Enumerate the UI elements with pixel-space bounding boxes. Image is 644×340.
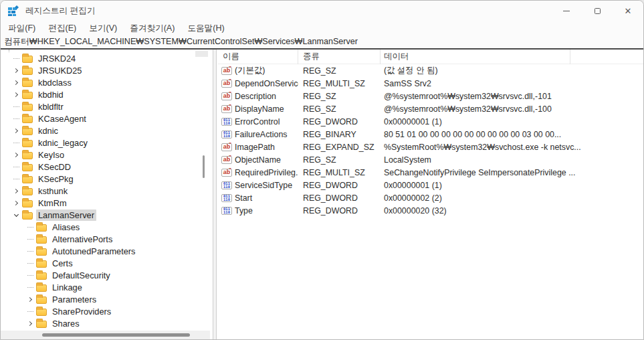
chevron-right-icon[interactable]: [11, 69, 21, 72]
value-name[interactable]: Start: [235, 193, 252, 203]
tree-item[interactable]: AlternativePorts: [1, 233, 201, 245]
tree-item[interactable]: Aliases: [1, 221, 201, 233]
value-name[interactable]: (기본값): [235, 65, 265, 76]
menu-help[interactable]: 도움말(H): [182, 21, 229, 35]
tree-item-label[interactable]: kbldfltr: [36, 101, 66, 112]
table-row[interactable]: ObjectNameREG_SZLocalSystem: [218, 153, 643, 166]
tree-item[interactable]: kbdhid: [1, 88, 201, 100]
menu-edit[interactable]: 편집(E): [43, 21, 82, 35]
chevron-right-icon[interactable]: [25, 322, 35, 325]
value-name-cell[interactable]: ServiceSidType: [218, 179, 298, 191]
menu-view[interactable]: 보기(V): [84, 21, 122, 35]
horizontal-scrollbar-track[interactable]: [1, 331, 210, 339]
tree-item-label[interactable]: kbdclass: [36, 77, 74, 88]
chevron-right-icon[interactable]: [11, 201, 21, 205]
value-name-cell[interactable]: (기본값): [218, 64, 298, 77]
value-name-cell[interactable]: RequiredPrivileg...: [218, 166, 298, 179]
tree-item-label[interactable]: LanmanServer: [36, 209, 96, 221]
table-row[interactable]: DependOnServiceREG_MULTI_SZSamSS Srv2: [218, 77, 643, 90]
table-row[interactable]: (기본값)REG_SZ(값 설정 안 됨): [218, 64, 643, 77]
value-name[interactable]: RequiredPrivileg...: [235, 168, 298, 177]
minimize-icon[interactable]: [551, 1, 582, 21]
vertical-scrollbar-thumb[interactable]: [203, 155, 205, 178]
menu-favorites[interactable]: 즐겨찾기(A): [124, 21, 180, 35]
horizontal-scrollbar-thumb[interactable]: [42, 333, 190, 337]
value-name[interactable]: Description: [235, 92, 276, 101]
tree-item-label[interactable]: ShareProviders: [50, 306, 113, 317]
tree-item-label[interactable]: KSecPkg: [36, 173, 76, 185]
tree-item-label[interactable]: kdnic_legacy: [36, 137, 90, 149]
tree-item[interactable]: Shares: [1, 317, 201, 329]
tree-item[interactable]: kbldfltr: [1, 100, 201, 112]
table-row[interactable]: DisplayNameREG_SZ@%systemroot%₩system32₩…: [218, 102, 643, 115]
pane-splitter[interactable]: [210, 50, 218, 339]
table-row[interactable]: ImagePathREG_EXPAND_SZ%SystemRoot%₩syste…: [218, 141, 643, 153]
tree-item[interactable]: AutotunedParameters: [1, 245, 201, 257]
table-row[interactable]: ErrorControlREG_DWORD0x00000001 (1): [218, 115, 643, 128]
value-name[interactable]: ObjectName: [235, 155, 281, 165]
tree-item-label[interactable]: AutotunedParameters: [50, 246, 138, 257]
tree-item[interactable]: KeyIso: [1, 149, 201, 161]
value-name[interactable]: DisplayName: [235, 104, 284, 114]
menu-file[interactable]: 파일(F): [3, 21, 41, 35]
value-name-cell[interactable]: ImagePath: [218, 141, 298, 153]
tree-item-label[interactable]: kdnic: [36, 125, 60, 137]
tree-item-label[interactable]: KtmRm: [36, 197, 69, 209]
value-name[interactable]: ImagePath: [235, 143, 275, 152]
tree-item-label[interactable]: Certs: [50, 258, 75, 269]
tree-item[interactable]: Certs: [1, 257, 201, 269]
value-name[interactable]: DependOnService: [235, 79, 298, 88]
value-name-cell[interactable]: Start: [218, 191, 298, 204]
tree-item[interactable]: ksthunk: [1, 185, 201, 197]
chevron-down-icon[interactable]: [11, 214, 21, 216]
tree-item-label[interactable]: Shares: [50, 318, 82, 329]
tree-item[interactable]: Parameters: [1, 293, 201, 305]
address-bar[interactable]: 컴퓨터₩HKEY_LOCAL_MACHINE₩SYSTEM₩CurrentCon…: [1, 35, 643, 50]
tree-item[interactable]: ShareProviders: [1, 305, 201, 317]
vertical-scrollbar-track[interactable]: [195, 51, 208, 57]
close-icon[interactable]: ✕: [613, 1, 643, 21]
chevron-right-icon[interactable]: [11, 189, 21, 193]
tree-item[interactable]: DefaultSecurity: [1, 269, 201, 281]
chevron-right-icon[interactable]: [25, 298, 35, 301]
value-name-cell[interactable]: Description: [218, 90, 298, 102]
value-name-cell[interactable]: DependOnService: [218, 77, 298, 90]
table-row[interactable]: FailureActionsREG_BINARY80 51 01 00 00 0…: [218, 128, 643, 141]
tree-item-label[interactable]: KeyIso: [36, 149, 66, 161]
tree-item[interactable]: JRSUKD25: [1, 64, 201, 76]
tree-item-label[interactable]: JRSUKD25: [36, 65, 84, 76]
tree-item-label[interactable]: KSecDD: [36, 161, 73, 173]
tree-item[interactable]: LanmanServer: [1, 209, 201, 221]
value-name[interactable]: ServiceSidType: [235, 181, 292, 190]
chevron-right-icon[interactable]: [11, 153, 21, 157]
tree-item-label[interactable]: Linkage: [50, 282, 84, 293]
tree-item[interactable]: kdnic: [1, 124, 201, 137]
table-row[interactable]: StartREG_DWORD0x00000002 (2): [218, 191, 643, 204]
tree-item[interactable]: Linkage: [1, 281, 201, 293]
tree-item[interactable]: KCaseAgent: [1, 112, 201, 124]
chevron-right-icon[interactable]: [11, 93, 21, 96]
value-name-cell[interactable]: Type: [218, 204, 298, 217]
column-header-type[interactable]: 종류: [298, 50, 381, 64]
chevron-right-icon[interactable]: [11, 129, 21, 133]
tree-item-label[interactable]: KCaseAgent: [36, 113, 88, 124]
chevron-right-icon[interactable]: [11, 81, 21, 84]
tree-item-label[interactable]: Aliases: [50, 222, 82, 233]
tree-item-label[interactable]: AlternativePorts: [50, 234, 114, 245]
tree-item[interactable]: KSecPkg: [1, 173, 201, 185]
column-header-name[interactable]: 이름: [218, 50, 298, 64]
registry-path[interactable]: 컴퓨터₩HKEY_LOCAL_MACHINE₩SYSTEM₩CurrentCon…: [4, 36, 358, 48]
value-name-cell[interactable]: ObjectName: [218, 153, 298, 166]
tree-item-label[interactable]: JRSKD24: [36, 53, 78, 64]
tree-item[interactable]: KtmRm: [1, 197, 201, 209]
value-name-cell[interactable]: DisplayName: [218, 102, 298, 115]
value-name-cell[interactable]: FailureActions: [218, 128, 298, 141]
tree-item-label[interactable]: kbdhid: [36, 89, 66, 100]
tree-item[interactable]: kbdclass: [1, 76, 201, 88]
value-name[interactable]: Type: [235, 206, 253, 216]
tree-item-label[interactable]: ksthunk: [36, 185, 70, 197]
tree-item-label[interactable]: DefaultSecurity: [50, 270, 112, 281]
value-name-cell[interactable]: ErrorControl: [218, 115, 298, 128]
tree-item-label[interactable]: Parameters: [50, 294, 98, 305]
tree-item[interactable]: JRSKD24: [1, 52, 201, 64]
